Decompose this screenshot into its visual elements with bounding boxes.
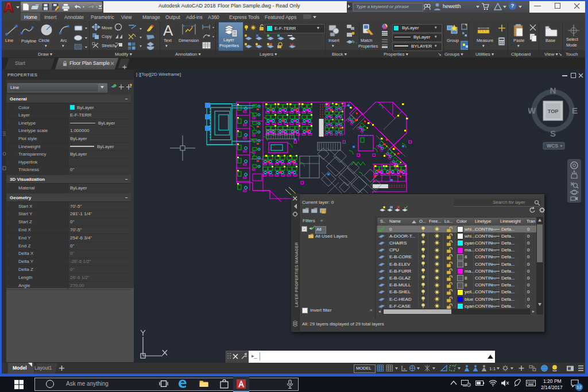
svg-text:TOP: TOP (548, 108, 558, 114)
svg-text:S: S (550, 129, 556, 138)
svg-text:N: N (550, 86, 556, 95)
svg-text:W: W (528, 106, 536, 115)
svg-text:1:1: 1:1 (489, 366, 496, 371)
svg-text:WCS: WCS (547, 143, 558, 149)
svg-text:E: E (572, 106, 578, 115)
